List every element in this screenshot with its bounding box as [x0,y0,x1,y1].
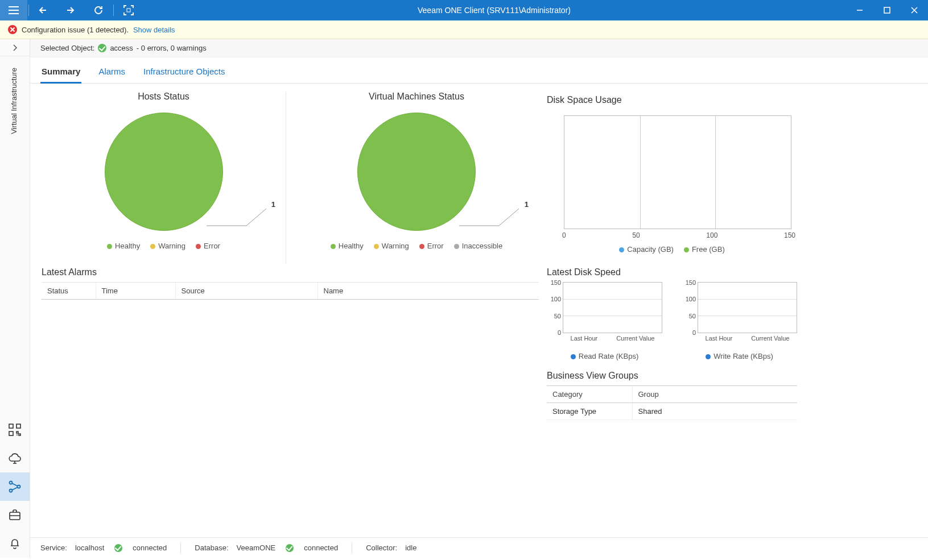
selected-object-name: access [110,44,133,52]
bvg-title: Business View Groups [547,371,797,381]
col-source[interactable]: Source [175,283,317,300]
legend-label: Read Rate (KBps) [579,352,639,360]
rail-btn-briefcase[interactable] [0,501,30,529]
bvg-table: Category Group Storage Type Shared [547,385,797,420]
focus-button[interactable] [115,0,142,20]
axis-tick: Current Value [616,335,654,342]
rail-section-label: Virtual Infrastructure [10,68,18,134]
axis-tick: 0 [562,231,566,239]
dot-capacity-icon [619,247,624,252]
svg-rect-4 [9,432,13,435]
dot-inaccessible-icon [454,244,459,249]
maximize-button[interactable] [873,0,901,20]
db-state: connected [304,544,338,552]
minimize-button[interactable] [846,0,873,20]
statusbar: Service: localhost connected Database: V… [30,537,928,558]
right-lower-column: Latest Disk Speed 150 100 50 0 [547,264,797,420]
collector-label: Collector: [366,544,397,552]
rail-btn-qr[interactable] [0,416,30,444]
error-icon [8,25,17,34]
disk-usage-plot [564,115,791,229]
read-rate-chart: 150 100 50 0 Last Hour Current Va [547,282,662,360]
disk-speed-title: Latest Disk Speed [547,267,797,277]
db-label: Database: [195,544,228,552]
axis-tick: 50 [547,313,561,320]
alarms-table: Status Time Source Name [42,282,539,300]
dot-warning-icon [150,244,155,249]
titlebar: Veeam ONE Client (SRV111\Administrator) [0,0,928,20]
service-state: connected [133,544,167,552]
ok-icon [286,544,294,552]
service-host: localhost [75,544,104,552]
expand-rail-button[interactable] [0,39,30,56]
separator [113,5,114,16]
legend-label: Warning [158,242,185,250]
separator [180,543,181,553]
show-details-link[interactable]: Show details [133,26,175,34]
legend-label: Free (GB) [692,245,725,254]
vm-status-title: Virtual Machines Status [294,92,539,102]
col-category[interactable]: Category [547,386,632,403]
legend-label: Healthy [115,242,140,250]
config-issue-banner: Configuration issue (1 detected). Show d… [0,20,928,39]
col-time[interactable]: Time [96,283,175,300]
table-row[interactable]: Storage Type Shared [547,403,797,420]
legend-label: Inaccessible [462,242,503,250]
refresh-button[interactable] [85,0,112,20]
hosts-status-card: Hosts Status 1 Healthy Warning Error [42,92,286,264]
dot-read-icon [571,354,576,359]
col-status[interactable]: Status [42,283,96,300]
axis-tick: 150 [682,279,696,286]
tab-infra-objects[interactable]: Infrastructure Objects [142,64,226,84]
tabs: Summary Alarms Infrastructure Objects [30,57,928,84]
col-group[interactable]: Group [632,386,797,403]
dot-error-icon [419,244,424,249]
axis-tick: 100 [682,296,696,302]
selected-object-label: Selected Object: [40,44,94,52]
dot-healthy-icon [331,244,336,249]
hosts-status-pie [105,113,223,231]
left-rail: Virtual Infrastructure [0,39,30,558]
service-label: Service: [40,544,67,552]
ok-icon [98,44,106,52]
dot-error-icon [196,244,201,249]
close-button[interactable] [901,0,928,20]
back-button[interactable] [30,0,57,20]
hosts-status-title: Hosts Status [42,92,286,102]
axis-tick: 50 [682,313,696,320]
rail-btn-nodes[interactable] [0,472,30,501]
separator [352,543,352,553]
vm-legend: Healthy Warning Error Inaccessible [294,242,539,250]
axis-tick: 150 [547,279,561,286]
dot-write-icon [706,354,711,359]
hosts-total: 1 [271,200,275,209]
forward-button[interactable] [57,0,85,20]
write-rate-chart: 150 100 50 0 Last Hour Current Va [682,282,797,360]
axis-tick: 0 [547,329,561,336]
axis-tick: Current Value [751,335,789,342]
db-name: VeeamONE [237,544,276,552]
svg-rect-1 [884,7,890,13]
tab-alarms[interactable]: Alarms [97,64,126,84]
vm-status-pie [357,113,476,231]
vm-status-card: Virtual Machines Status 1 Healthy Warnin… [294,92,539,264]
disk-usage-title: Disk Space Usage [547,95,797,105]
legend-label: Write Rate (KBps) [713,352,773,360]
axis-tick: Last Hour [571,335,598,342]
config-issue-text: Configuration issue (1 detected). [22,26,129,34]
dot-warning-icon [374,244,379,249]
legend-label: Healthy [339,242,364,250]
latest-alarms-title: Latest Alarms [42,267,539,277]
rail-btn-cloud[interactable] [0,444,30,472]
disk-usage-legend: Capacity (GB) Free (GB) [547,245,797,254]
col-name[interactable]: Name [317,283,539,300]
menu-button[interactable] [0,0,27,20]
main-content: Hosts Status 1 Healthy Warning Error [30,84,928,537]
axis-tick: 100 [706,231,717,239]
legend-label: Capacity (GB) [627,245,674,254]
selected-object-bar: Selected Object: access - 0 errors, 0 wa… [30,39,928,57]
legend-label: Error [427,242,444,250]
tab-summary[interactable]: Summary [40,64,81,84]
rail-btn-bell[interactable] [0,529,30,558]
dot-healthy-icon [107,244,112,249]
